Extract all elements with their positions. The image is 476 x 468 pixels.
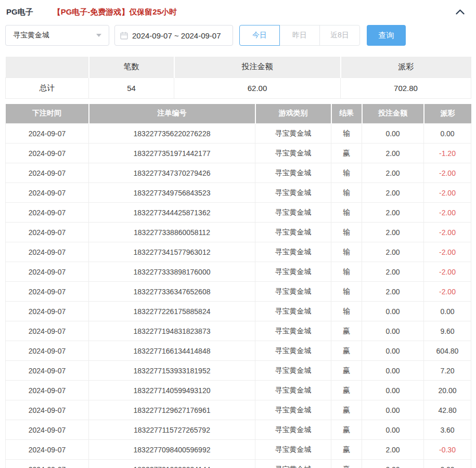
table-row: 2024-09-071832277344425871362寻宝黄金城输2.00-…: [6, 203, 471, 223]
summary-header-row: 笔数 投注金额 派彩: [6, 57, 471, 77]
cell-order-id: 1832277010993024144: [89, 460, 255, 468]
cell-order-id: 1832277336347652608: [89, 282, 255, 302]
cell-payout: 0.00: [424, 124, 471, 144]
cell-game-type: 寻宝黄金城: [255, 460, 331, 468]
table-row: 2024-09-071832277351971442177寻宝黄金城赢2.00-…: [6, 144, 471, 163]
cell-game-type: 寻宝黄金城: [255, 302, 331, 321]
cell-game-type: 寻宝黄金城: [255, 163, 331, 183]
cell-game-type: 寻宝黄金城: [255, 262, 331, 282]
cell-order-id: 1832277194831823873: [89, 321, 255, 341]
cell-bet-amount: 2.00: [362, 163, 424, 183]
summary-total-row: 总计 54 62.00 702.80: [6, 77, 471, 98]
cell-bet-amount: 0.00: [362, 361, 424, 381]
cell-bet-time: 2024-09-07: [6, 163, 89, 183]
cell-bet-time: 2024-09-07: [6, 302, 89, 321]
cell-payout: -2.00: [424, 282, 471, 302]
cell-bet-time: 2024-09-07: [6, 262, 89, 282]
cell-payout: -0.30: [424, 440, 471, 460]
cell-bet-amount: 0.00: [362, 400, 424, 420]
header-bet-time: 下注时间: [6, 104, 89, 124]
cell-game-type: 寻宝黄金城: [255, 124, 331, 144]
header-order-id: 注单编号: [89, 104, 255, 124]
cell-bet-amount: 2.00: [362, 262, 424, 282]
table-row: 2024-09-071832277098400596992寻宝黄金城赢2.00-…: [6, 440, 471, 460]
game-select-value: 寻宝黄金城: [13, 31, 49, 40]
cell-result: 输: [331, 163, 362, 183]
chevron-down-icon: [96, 34, 101, 37]
cell-bet-amount: 0.00: [362, 321, 424, 341]
cell-bet-time: 2024-09-07: [6, 420, 89, 440]
cell-result: 输: [331, 282, 362, 302]
cell-bet-time: 2024-09-07: [6, 440, 89, 460]
cell-payout: -1.20: [424, 144, 471, 163]
table-row: 2024-09-071832277356220276228寻宝黄金城输0.000…: [6, 124, 471, 144]
quick-button-last8days[interactable]: 近8日: [319, 25, 360, 46]
quick-button-yesterday[interactable]: 昨日: [279, 25, 320, 46]
cell-result: 赢: [331, 144, 362, 163]
table-row: 2024-09-071832277338860058112寻宝黄金城输2.00-…: [6, 223, 471, 242]
cell-payout: -2.00: [424, 183, 471, 203]
cell-order-id: 1832277333898176000: [89, 262, 255, 282]
summary-header-payout: 派彩: [341, 57, 471, 77]
cell-bet-time: 2024-09-07: [6, 460, 89, 468]
cell-payout: 42.80: [424, 400, 471, 420]
cell-result: 赢: [331, 361, 362, 381]
cell-game-type: 寻宝黄金城: [255, 400, 331, 420]
cell-payout: 7.20: [424, 361, 471, 381]
cell-game-type: 寻宝黄金城: [255, 203, 331, 223]
cell-bet-amount: 0.00: [362, 381, 424, 400]
game-select[interactable]: 寻宝黄金城: [5, 25, 109, 46]
cell-order-id: 1832277344425871362: [89, 203, 255, 223]
cell-result: 输: [331, 124, 362, 144]
cell-order-id: 1832277347370279426: [89, 163, 255, 183]
cell-game-type: 寻宝黄金城: [255, 440, 331, 460]
cell-result: 输: [331, 223, 362, 242]
quick-button-today[interactable]: 今日: [239, 25, 280, 46]
cell-payout: -2.00: [424, 242, 471, 262]
table-row: 2024-09-071832277166134414848寻宝黄金城赢0.006…: [6, 341, 471, 361]
collapse-button[interactable]: [453, 6, 467, 18]
cell-bet-time: 2024-09-07: [6, 341, 89, 361]
page-title: PG电子: [6, 7, 33, 17]
table-row: 2024-09-071832277349756843523寻宝黄金城输2.00-…: [6, 183, 471, 203]
cell-order-id: 1832277226175885824: [89, 302, 255, 321]
summary-total-count: 54: [89, 77, 174, 98]
cell-bet-time: 2024-09-07: [6, 400, 89, 420]
table-row: 2024-09-071832277153933181952寻宝黄金城赢0.007…: [6, 361, 471, 381]
cell-bet-amount: 2.00: [362, 183, 424, 203]
cell-game-type: 寻宝黄金城: [255, 321, 331, 341]
cell-game-type: 寻宝黄金城: [255, 223, 331, 242]
cell-order-id: 1832277356220276228: [89, 124, 255, 144]
cell-result: 输: [331, 302, 362, 321]
cell-order-id: 1832277129627176961: [89, 400, 255, 420]
cell-bet-amount: 2.00: [362, 223, 424, 242]
cell-game-type: 寻宝黄金城: [255, 420, 331, 440]
cell-order-id: 1832277166134414848: [89, 341, 255, 361]
cell-bet-amount: 0.00: [362, 341, 424, 361]
calendar-icon: [120, 32, 128, 40]
summary-header-count: 笔数: [89, 57, 174, 77]
cell-bet-time: 2024-09-07: [6, 183, 89, 203]
cell-order-id: 1832277153933181952: [89, 361, 255, 381]
table-row: 2024-09-071832277129627176961寻宝黄金城赢0.004…: [6, 400, 471, 420]
search-button[interactable]: 查询: [367, 25, 406, 46]
cell-payout: 3.60: [424, 420, 471, 440]
cell-result: 输: [331, 242, 362, 262]
summary-header-blank: [6, 57, 89, 77]
table-row: 2024-09-071832277333898176000寻宝黄金城输2.00-…: [6, 262, 471, 282]
cell-result: 输: [331, 262, 362, 282]
cell-bet-time: 2024-09-07: [6, 144, 89, 163]
cell-bet-amount: 0.00: [362, 124, 424, 144]
cell-order-id: 1832277349756843523: [89, 183, 255, 203]
cell-game-type: 寻宝黄金城: [255, 183, 331, 203]
date-range-input[interactable]: 2024-09-07 ~ 2024-09-07: [114, 25, 233, 46]
bet-table-header-row: 下注时间 注单编号 游戏类别 结果 投注金额 派彩: [6, 104, 471, 124]
cell-game-type: 寻宝黄金城: [255, 341, 331, 361]
table-row: 2024-09-071832277140599493120寻宝黄金城赢0.002…: [6, 381, 471, 400]
cell-result: 赢: [331, 341, 362, 361]
cell-game-type: 寻宝黄金城: [255, 282, 331, 302]
table-row: 2024-09-071832277226175885824寻宝黄金城输0.000…: [6, 302, 471, 321]
cell-result: 输: [331, 183, 362, 203]
cell-bet-time: 2024-09-07: [6, 282, 89, 302]
cell-bet-amount: 0.00: [362, 302, 424, 321]
